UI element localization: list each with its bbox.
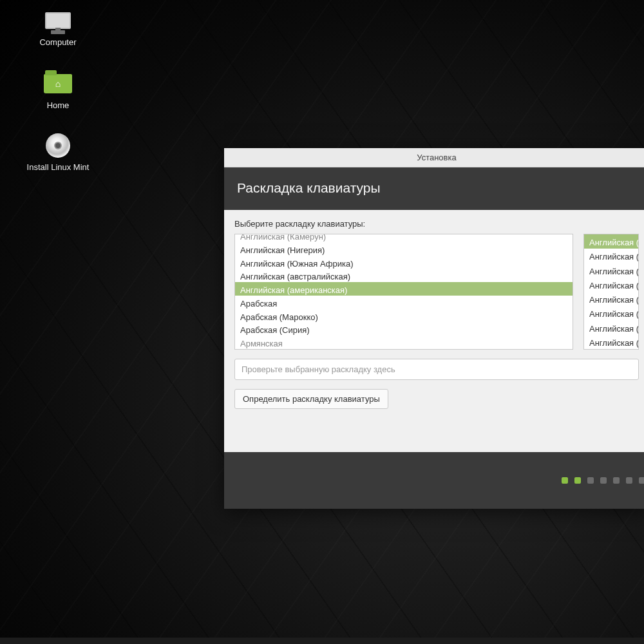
layout-test-input[interactable] xyxy=(234,359,639,380)
list-item[interactable]: Английская (Нигерия) xyxy=(235,242,573,256)
layout-language-list[interactable]: Английская (Камерун)Английская (Нигерия)… xyxy=(234,234,573,350)
window-title: Установка xyxy=(417,153,456,162)
progress-dot xyxy=(574,477,581,484)
installer-heading: Раскладка клавиатуры xyxy=(224,167,644,210)
list-item[interactable]: Английская (а xyxy=(584,278,638,292)
progress-dot xyxy=(562,477,568,484)
desktop-icon-computer[interactable]: Computer xyxy=(19,8,97,47)
list-item[interactable]: Английская (Камерун) xyxy=(235,234,573,242)
list-item[interactable]: Армянская xyxy=(235,336,573,349)
list-item[interactable]: Английская (американская) xyxy=(235,282,573,296)
list-item[interactable]: Английская (а xyxy=(584,263,638,278)
list-item[interactable]: Английская (а xyxy=(584,321,638,335)
list-item[interactable]: Английская (австралийская) xyxy=(235,269,573,282)
progress-dot xyxy=(613,477,620,484)
progress-dot xyxy=(626,477,632,484)
list-item[interactable]: Арабская xyxy=(235,296,573,309)
disc-icon xyxy=(43,133,73,158)
computer-icon xyxy=(43,8,73,33)
desktop-icon-label: Home xyxy=(19,100,97,110)
desktop-icon-home[interactable]: ⌂ Home xyxy=(19,71,97,110)
list-item[interactable]: Английская (а xyxy=(584,306,638,320)
layout-variant-list[interactable]: Английская (аАнглийская (аАнглийская (аА… xyxy=(583,234,639,350)
desktop-icon-label: Computer xyxy=(19,37,97,47)
list-item[interactable]: Английская (а xyxy=(584,335,638,349)
heading-text: Раскладка клавиатуры xyxy=(237,180,381,195)
progress-dot xyxy=(600,477,607,484)
keyboard-prompt: Выберите раскладку клавиатуры: xyxy=(234,219,639,229)
list-item[interactable]: Арабская (Марокко) xyxy=(235,309,573,323)
desktop-icon-install[interactable]: Install Linux Mint xyxy=(19,133,97,172)
list-item[interactable]: Английская (а xyxy=(584,234,638,249)
list-item[interactable]: Английская (Южная Африка) xyxy=(235,256,573,269)
installer-content: Выберите раскладку клавиатуры: Английска… xyxy=(224,210,644,452)
window-titlebar[interactable]: Установка xyxy=(224,148,644,167)
list-item[interactable]: Английская (а xyxy=(584,249,638,263)
list-item[interactable]: Английская (а xyxy=(584,292,638,306)
detect-layout-button[interactable]: Определить раскладку клавиатуры xyxy=(234,389,388,409)
desktop-icon-label: Install Linux Mint xyxy=(19,162,97,172)
installer-window: Установка Раскладка клавиатуры Выберите … xyxy=(224,148,644,509)
folder-home-icon: ⌂ xyxy=(43,71,73,97)
taskbar[interactable] xyxy=(0,638,644,644)
keyboard-layout-lists: Английская (Камерун)Английская (Нигерия)… xyxy=(234,234,639,350)
list-item[interactable]: Арабская (Сирия) xyxy=(235,322,573,336)
installer-progress-dots xyxy=(224,452,644,509)
progress-dot xyxy=(639,477,644,484)
progress-dot xyxy=(587,477,594,484)
